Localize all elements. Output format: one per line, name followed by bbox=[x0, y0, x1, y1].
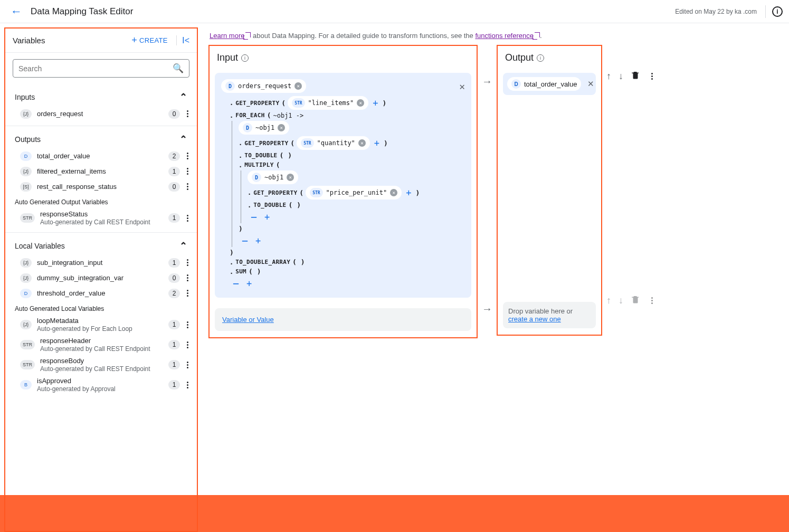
output-drop-zone[interactable]: Drop variable here or create a new one bbox=[503, 302, 596, 328]
mapping-actions-row: ↑ ↓ bbox=[606, 70, 656, 82]
variable-row[interactable]: B isApproved Auto-generated by Approval … bbox=[5, 375, 197, 395]
remove-button[interactable]: − bbox=[239, 234, 251, 247]
auto-local-subtitle: Auto Generated Local Variables bbox=[5, 301, 197, 315]
clear-chip-icon[interactable]: ✕ bbox=[390, 189, 397, 196]
type-chip: {J} bbox=[20, 109, 32, 119]
mapping-actions-row: ↑ ↓ bbox=[606, 294, 656, 307]
arrow-right-icon: → bbox=[482, 75, 492, 88]
input-header: Input bbox=[217, 52, 238, 63]
search-icon: 🔍 bbox=[173, 63, 184, 74]
learn-more-link[interactable]: Learn more bbox=[210, 32, 244, 40]
kebab-menu[interactable] bbox=[648, 71, 656, 82]
output-variable-chip[interactable]: Dtotal_order_value ✕ bbox=[503, 73, 596, 95]
locals-section-header[interactable]: Local Variables ⌃ bbox=[5, 237, 197, 255]
info-banner: Learn more about Data Mapping. For a det… bbox=[210, 32, 778, 40]
kebab-menu[interactable] bbox=[183, 181, 192, 192]
info-icon[interactable]: i bbox=[537, 54, 544, 62]
external-link-icon bbox=[245, 32, 251, 37]
mapping-card[interactable]: D orders_request ✕ ✕ .GET_PROPERTY( STR"… bbox=[215, 73, 471, 298]
obj-chip[interactable]: D~obj1✕ bbox=[239, 121, 289, 135]
add-arg-button[interactable]: + bbox=[404, 187, 413, 198]
arrow-right-icon: → bbox=[482, 303, 492, 315]
kebab-menu[interactable] bbox=[183, 150, 192, 162]
empty-mapping-slot[interactable]: Variable or Value bbox=[215, 308, 471, 331]
variable-row[interactable]: {J} filtered_external_items 1 bbox=[5, 164, 197, 179]
search-field[interactable] bbox=[18, 64, 173, 73]
remove-button[interactable]: − bbox=[230, 277, 242, 290]
kebab-menu[interactable] bbox=[183, 288, 192, 299]
clear-chip-icon[interactable]: ✕ bbox=[287, 174, 294, 181]
info-icon[interactable]: i bbox=[241, 54, 249, 62]
kebab-menu[interactable] bbox=[183, 379, 192, 391]
clear-chip-icon[interactable]: ✕ bbox=[278, 124, 285, 131]
variable-row[interactable]: [S] rest_call_response_status 0 bbox=[5, 179, 197, 194]
external-link-icon bbox=[535, 32, 540, 37]
kebab-menu[interactable] bbox=[183, 257, 192, 268]
variable-row[interactable]: {J} orders_request 0 bbox=[5, 106, 197, 121]
output-column: Outputi Dtotal_order_value ✕ Drop variab… bbox=[497, 45, 602, 336]
clear-chip-icon[interactable]: ✕ bbox=[357, 99, 364, 107]
chevron-up-icon: ⌃ bbox=[179, 134, 187, 145]
delete-icon[interactable] bbox=[631, 294, 640, 307]
arg-chip[interactable]: STR"price_per_unit"✕ bbox=[306, 186, 402, 200]
move-down-icon[interactable]: ↓ bbox=[619, 295, 623, 306]
inputs-section-header[interactable]: Inputs ⌃ bbox=[5, 88, 197, 106]
add-arg-button[interactable]: + bbox=[370, 98, 380, 108]
variable-row[interactable]: {J} dummy_sub_integration_var 0 bbox=[5, 270, 197, 286]
search-input[interactable]: 🔍 bbox=[13, 59, 189, 78]
obj-chip[interactable]: D~obj1✕ bbox=[248, 170, 298, 184]
kebab-menu[interactable] bbox=[183, 213, 192, 224]
chevron-up-icon: ⌃ bbox=[179, 240, 187, 252]
close-icon[interactable]: ✕ bbox=[587, 79, 594, 89]
auto-output-subtitle: Auto Generated Output Variables bbox=[5, 194, 197, 208]
kebab-menu[interactable] bbox=[183, 319, 192, 330]
add-button[interactable]: + bbox=[244, 278, 254, 289]
chevron-up-icon: ⌃ bbox=[179, 91, 187, 103]
variable-row[interactable]: STR responseBody Auto-generated by Call … bbox=[5, 355, 197, 375]
footer-highlight bbox=[0, 495, 789, 532]
add-arg-button[interactable]: + bbox=[372, 138, 382, 148]
variable-row[interactable]: {J} sub_integration_input 1 bbox=[5, 255, 197, 270]
kebab-menu[interactable] bbox=[183, 339, 192, 350]
close-icon[interactable]: ✕ bbox=[459, 81, 465, 92]
remove-button[interactable]: − bbox=[248, 211, 260, 223]
arg-chip[interactable]: STR"line_items"✕ bbox=[288, 96, 368, 110]
kebab-menu[interactable] bbox=[183, 108, 192, 119]
variable-row[interactable]: STR responseHeader Auto-generated by Cal… bbox=[5, 335, 197, 355]
sidebar-title: Variables bbox=[13, 36, 131, 45]
move-up-icon[interactable]: ↑ bbox=[606, 71, 611, 82]
arg-chip[interactable]: STR"quantity"✕ bbox=[297, 136, 370, 150]
back-arrow-icon[interactable]: ← bbox=[6, 3, 26, 21]
variable-row[interactable]: D threshold_order_value 2 bbox=[5, 286, 197, 301]
clear-chip-icon[interactable]: ✕ bbox=[358, 139, 366, 147]
kebab-menu[interactable] bbox=[648, 295, 656, 306]
functions-reference-link[interactable]: functions reference bbox=[475, 32, 534, 40]
kebab-menu[interactable] bbox=[183, 272, 192, 283]
page-title: Data Mapping Task Editor bbox=[31, 6, 133, 17]
kebab-menu[interactable] bbox=[183, 359, 192, 370]
delete-icon[interactable] bbox=[631, 70, 640, 82]
root-var-chip[interactable]: D orders_request ✕ bbox=[221, 79, 306, 93]
move-down-icon[interactable]: ↓ bbox=[619, 71, 623, 82]
variables-sidebar: Variables +CREATE Ⅰ< 🔍 Inputs ⌃ {J} orde… bbox=[4, 27, 198, 532]
app-header: ← Data Mapping Task Editor Edited on May… bbox=[0, 0, 789, 23]
info-icon[interactable]: i bbox=[772, 6, 783, 17]
edited-by-text: Edited on May 22 by ka .com bbox=[675, 8, 757, 15]
kebab-menu[interactable] bbox=[183, 166, 192, 177]
outputs-section-header[interactable]: Outputs ⌃ bbox=[5, 130, 197, 148]
variable-or-value-link[interactable]: Variable or Value bbox=[222, 316, 274, 324]
move-up-icon[interactable]: ↑ bbox=[606, 295, 611, 306]
input-column: Inputi D orders_request ✕ ✕ .GET_PROPERT… bbox=[208, 45, 478, 338]
type-badge-d: D bbox=[225, 81, 235, 91]
variable-row[interactable]: STR responseStatus Auto-generated by Cal… bbox=[5, 208, 197, 228]
collapse-panel-icon[interactable]: Ⅰ< bbox=[176, 35, 189, 45]
clear-chip-icon[interactable]: ✕ bbox=[294, 82, 302, 90]
add-button[interactable]: + bbox=[262, 212, 272, 222]
create-new-variable-link[interactable]: create a new one bbox=[508, 315, 561, 323]
add-button[interactable]: + bbox=[253, 235, 263, 246]
create-variable-button[interactable]: +CREATE bbox=[131, 35, 167, 46]
variable-row[interactable]: {J} loopMetadata Auto-generated by For E… bbox=[5, 315, 197, 335]
variable-row[interactable]: D total_order_value 2 bbox=[5, 148, 197, 164]
output-header: Output bbox=[505, 52, 534, 63]
